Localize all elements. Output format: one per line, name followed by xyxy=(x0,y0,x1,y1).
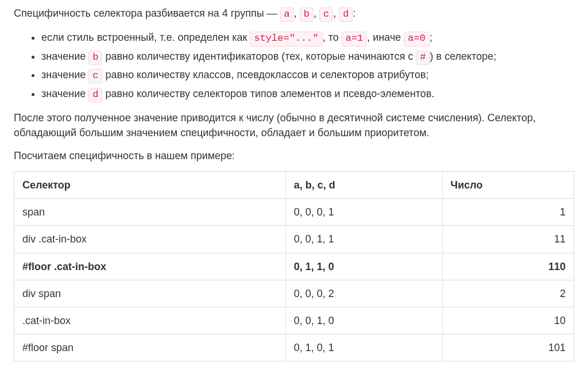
cell-abcd: 0, 0, 1, 0 xyxy=(285,307,442,334)
code-token: b xyxy=(300,7,314,22)
code-token: d xyxy=(88,88,102,102)
code-token: c xyxy=(88,69,102,83)
col-header-abcd: a, b, c, d xyxy=(285,172,442,199)
cell-number: 110 xyxy=(442,253,574,280)
cell-selector: #floor span xyxy=(14,334,286,361)
table-row: .cat-in-box0, 0, 1, 010 xyxy=(14,307,574,334)
table-intro-paragraph: Посчитаем специфичность в нашем примере: xyxy=(14,148,574,163)
col-header-number: Число xyxy=(442,172,574,199)
table-row: #floor .cat-in-box0, 1, 1, 0110 xyxy=(14,253,574,280)
cell-number: 11 xyxy=(442,226,574,253)
table-row: div span0, 0, 0, 22 xyxy=(14,280,574,307)
cell-abcd: 0, 0, 1, 1 xyxy=(285,226,442,253)
cell-selector: .cat-in-box xyxy=(14,307,286,334)
intro-paragraph: Специфичность селектора разбивается на 4… xyxy=(14,6,574,22)
cell-selector: div span xyxy=(14,280,286,307)
cell-abcd: 0, 0, 0, 1 xyxy=(285,199,442,226)
cell-selector: span xyxy=(14,199,286,226)
table-row: #floor span0, 1, 0, 1101 xyxy=(14,334,574,361)
code-token: # xyxy=(416,51,430,65)
code-token: c xyxy=(319,7,333,22)
table-row: div .cat-in-box0, 0, 1, 111 xyxy=(14,226,574,253)
code-token: a=0 xyxy=(404,32,430,46)
code-token: b xyxy=(88,51,102,65)
list-item: если стиль встроенный, т.е. определен ка… xyxy=(41,30,574,46)
table-row: span0, 0, 0, 11 xyxy=(14,199,574,226)
cell-abcd: 0, 1, 1, 0 xyxy=(285,253,442,280)
cell-number: 2 xyxy=(442,280,574,307)
code-token: d xyxy=(339,7,353,22)
code-token: a xyxy=(280,7,294,22)
specificity-table: Селектор a, b, c, d Число span0, 0, 0, 1… xyxy=(14,171,574,361)
cell-number: 101 xyxy=(442,334,574,361)
list-item: значение c равно количеству классов, псе… xyxy=(41,67,574,83)
code-token: style="..." xyxy=(250,32,322,46)
cell-selector: #floor .cat-in-box xyxy=(14,253,286,280)
col-header-selector: Селектор xyxy=(14,172,286,199)
cell-abcd: 0, 0, 0, 2 xyxy=(285,280,442,307)
cell-number: 10 xyxy=(442,307,574,334)
explain-paragraph: После этого полученное значение приводит… xyxy=(14,110,574,140)
code-token: a=1 xyxy=(342,32,368,46)
list-item: значение d равно количеству селекторов т… xyxy=(41,86,574,102)
cell-abcd: 0, 1, 0, 1 xyxy=(285,334,442,361)
list-item: значение b равно количеству идентификато… xyxy=(41,49,574,65)
cell-number: 1 xyxy=(442,199,574,226)
cell-selector: div .cat-in-box xyxy=(14,226,286,253)
bullet-list: если стиль встроенный, т.е. определен ка… xyxy=(14,30,574,102)
